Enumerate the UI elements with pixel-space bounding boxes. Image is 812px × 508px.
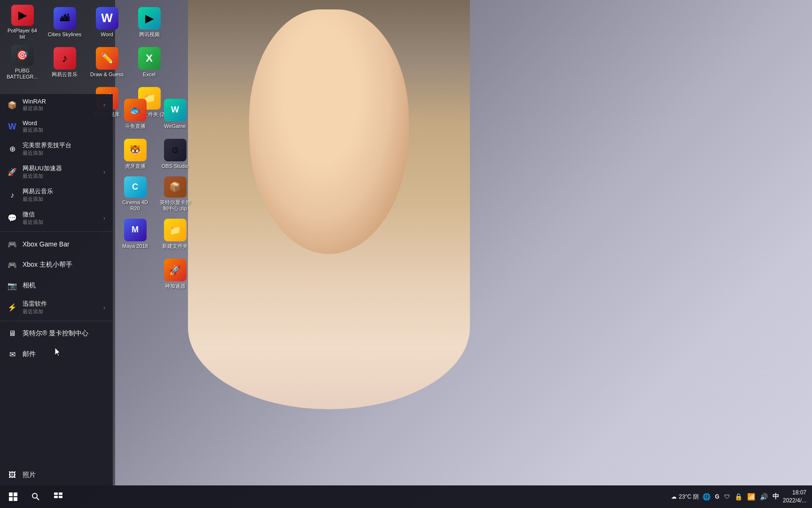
icon-netease-music[interactable]: ♪ 网易云音乐 — [45, 42, 85, 82]
netease-music2-content: 网易云音乐 最近添加 — [23, 187, 105, 203]
icon-cinema4d[interactable]: C Cinema 4D R20 — [115, 174, 155, 214]
word2-icon: W — [8, 122, 17, 131]
netease-music2-sub: 最近添加 — [23, 196, 105, 203]
mail-title: 邮件 — [23, 350, 36, 358]
icon-douyu[interactable]: 🐟 斗鱼直播 — [115, 94, 155, 134]
word2-content: Word 最近添加 — [23, 119, 105, 134]
taskbar: ☁ 23°C 阴 🌐 G 🛡 🔒 📶 🔊 中 18:07 2022/4/... — [0, 485, 812, 508]
search-button[interactable] — [26, 487, 45, 506]
tencent-video-label: 腾讯视频 — [139, 32, 160, 38]
taskbar-google-icon[interactable]: G — [714, 492, 720, 501]
menu-item-netease-uu[interactable]: 🚀 网易UU加速器 最近添加 › — [0, 160, 113, 183]
menu-item-xunlei[interactable]: ⚡ 迅雷软件 最近添加 › — [0, 296, 113, 319]
wechat-title: 微信 — [23, 210, 103, 219]
wallpaper-portrait — [188, 0, 470, 409]
shengjia-label: 神加速器 — [165, 283, 186, 289]
icon-wegame[interactable]: W WeGame — [155, 94, 195, 134]
netease-music2-title: 网易云音乐 — [23, 187, 105, 196]
taskbar-ime-icon[interactable]: 中 — [772, 492, 780, 502]
potplayer-icon: ▶ — [11, 5, 34, 26]
netease-uu-arrow: › — [103, 169, 105, 175]
douyu-label: 斗鱼直播 — [125, 123, 146, 129]
svg-rect-0 — [9, 492, 13, 496]
mail-icon: ✉ — [8, 349, 17, 359]
winrar-icon: 📦 — [8, 100, 17, 110]
icon-word[interactable]: W Word — [87, 2, 127, 42]
pubg-icon: 🎯 — [11, 45, 34, 66]
word-label: Word — [101, 32, 113, 38]
obs-label: OBS Studio — [162, 163, 188, 169]
weather-text: 23°C 阴 — [679, 493, 698, 501]
xunlei-icon: ⚡ — [8, 303, 17, 312]
netease-uu-content: 网易UU加速器 最近添加 — [23, 164, 103, 180]
menu-item-mail[interactable]: ✉ 邮件 — [0, 344, 113, 365]
taskbar-weather[interactable]: ☁ 23°C 阴 — [671, 493, 698, 501]
wanmei-content: 完美世界竞技平台 最近添加 — [23, 141, 105, 157]
taskbar-wifi-icon[interactable]: 📶 — [746, 492, 756, 501]
wanmei-sub: 最近添加 — [23, 150, 105, 157]
start-button[interactable] — [4, 487, 23, 506]
menu-item-xbox-bar[interactable]: 🎮 Xbox Game Bar — [0, 234, 113, 254]
icon-intel-control[interactable]: 📦 英特尔显卡控制中心.zip — [155, 174, 195, 214]
camera-title: 相机 — [23, 281, 36, 290]
icon-excel[interactable]: X Excel — [129, 42, 169, 82]
xbox-helper-title: Xbox 主机小帮手 — [23, 261, 72, 269]
new-folder2-label: 新建文件夹 — [162, 243, 188, 249]
intel-gpu-icon: 🖥 — [8, 329, 17, 338]
tencent-video-icon: ▶ — [138, 7, 161, 30]
xunlei-arrow: › — [103, 304, 105, 311]
cities-label: Cities Skylines — [48, 32, 82, 38]
icon-obs[interactable]: ⊙ OBS Studio — [155, 134, 195, 174]
taskbar-volume-icon[interactable]: 🔊 — [759, 492, 769, 501]
taskbar-security-icon[interactable]: 🛡 — [723, 492, 731, 501]
netease-music-icon: ♪ — [54, 47, 76, 70]
icon-potplayer[interactable]: ▶ PotPlayer 64 bit — [2, 2, 42, 42]
start-menu[interactable]: 📦 WinRAR 最近添加 › W Word 最近添加 ⊕ 完美世界竞技平台 最… — [0, 94, 113, 485]
winrar-content: WinRAR 最近添加 — [23, 98, 103, 112]
taskbar-lock-icon[interactable]: 🔒 — [734, 492, 743, 501]
taskbar-clock[interactable]: 18:07 2022/4/... — [783, 489, 806, 505]
svg-rect-9 — [59, 496, 62, 498]
word2-sub: 最近添加 — [23, 127, 105, 134]
menu-item-intel-gpu[interactable]: 🖥 英特尔® 显卡控制中心 — [0, 323, 113, 344]
cities-icon: 🏙 — [54, 7, 76, 30]
xunlei-title: 迅雷软件 — [23, 300, 103, 308]
icon-shengjia[interactable]: 🚀 神加速器 — [155, 254, 195, 294]
icon-huya[interactable]: 🐯 虎牙直播 — [115, 134, 155, 174]
wechat-sub: 最近添加 — [23, 219, 103, 226]
menu-item-wanmei[interactable]: ⊕ 完美世界竞技平台 最近添加 — [0, 137, 113, 160]
task-view-button[interactable] — [49, 487, 68, 506]
menu-item-xbox-helper[interactable]: 🎮 Xbox 主机小帮手 — [0, 254, 113, 275]
menu-item-camera[interactable]: 📷 相机 — [0, 275, 113, 296]
icon-draw-guess[interactable]: ✏️ Draw & Guess — [87, 42, 127, 82]
icon-pubg[interactable]: 🎯 PUBG BATTLEGR... — [2, 42, 42, 82]
menu-divider-2 — [0, 321, 113, 321]
wechat-icon: 💬 — [8, 214, 17, 223]
obs-icon: ⊙ — [164, 139, 187, 161]
svg-point-4 — [32, 493, 37, 498]
wegame-icon: W — [164, 99, 187, 121]
icon-new-folder2[interactable]: 📁 新建文件夹 — [155, 214, 195, 254]
svg-rect-7 — [59, 492, 62, 495]
potplayer-label: PotPlayer 64 bit — [5, 28, 40, 40]
wanmei-icon: ⊕ — [8, 144, 17, 154]
menu-item-winrar[interactable]: 📦 WinRAR 最近添加 › — [0, 94, 113, 116]
netease-uu-sub: 最近添加 — [23, 173, 103, 180]
taskbar-network-icon[interactable]: 🌐 — [702, 492, 711, 501]
wechat-arrow: › — [103, 215, 105, 222]
excel-label: Excel — [143, 71, 156, 78]
menu-item-netease-music[interactable]: ♪ 网易云音乐 最近添加 — [0, 183, 113, 206]
maya-icon: M — [124, 219, 147, 241]
camera-icon: 📷 — [8, 281, 17, 290]
svg-rect-6 — [54, 492, 58, 495]
menu-item-word[interactable]: W Word 最近添加 — [0, 116, 113, 137]
draw-guess-icon: ✏️ — [96, 47, 118, 70]
photos-title: 照片 — [23, 471, 36, 479]
icon-tencent-video[interactable]: ▶ 腾讯视频 — [129, 2, 169, 42]
intel-control-icon: 📦 — [164, 176, 187, 198]
menu-item-photos[interactable]: 🖼 照片 — [0, 465, 113, 485]
draw-guess-label: Draw & Guess — [90, 71, 124, 78]
icon-cities-skylines[interactable]: 🏙 Cities Skylines — [45, 2, 85, 42]
menu-item-wechat[interactable]: 💬 微信 最近添加 › — [0, 206, 113, 230]
icon-maya[interactable]: M Maya 2018 — [115, 214, 155, 254]
